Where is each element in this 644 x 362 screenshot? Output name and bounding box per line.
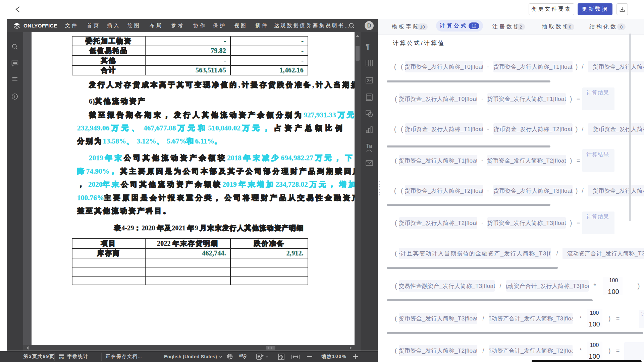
svg-text:123: 123 bbox=[59, 356, 64, 360]
svg-text:ABC: ABC bbox=[239, 354, 246, 358]
